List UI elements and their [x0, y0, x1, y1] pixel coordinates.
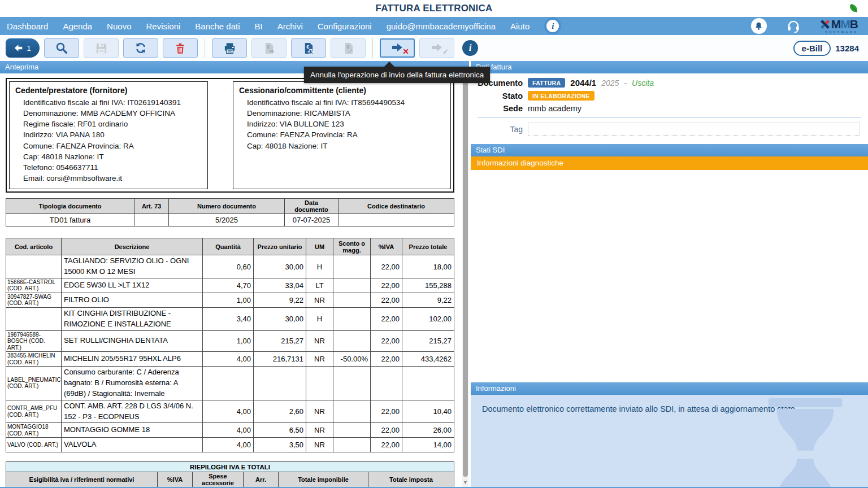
line-um [306, 367, 333, 400]
toolbar-separator [372, 38, 373, 58]
line-code: CONTR_AMB_PFU (COD. ART.) [6, 400, 62, 423]
line-discount [333, 367, 371, 400]
refresh-icon [134, 41, 147, 55]
customer-line: Cap: 48018 Nazione: IT [239, 141, 445, 151]
line-description: Consumo carburante: C / Aderenza bagnato… [62, 367, 203, 400]
preview-scrollbar[interactable]: ▼ [462, 73, 468, 487]
document-info-table: Tipologia documentoArt. 73Numero documen… [6, 198, 454, 226]
customer-line: Identificativo fiscale ai fini IVA: IT85… [239, 97, 445, 108]
cancel-send-button[interactable]: ✕ [380, 38, 415, 58]
line-unit-price [254, 367, 306, 400]
dash: - [624, 79, 627, 88]
invoice-line-row: 1987946589-BOSCH (COD. ART.) SET RULLI/C… [6, 330, 454, 352]
edit-invoice-button[interactable]: € [331, 38, 366, 58]
vat-header: %IVA [158, 472, 193, 487]
back-button[interactable]: 1 [6, 38, 40, 58]
line-total: 9,22 [402, 293, 454, 307]
nav-item[interactable]: Aiuto [510, 21, 530, 31]
nav-item[interactable]: Revisioni [146, 21, 180, 31]
line-vat: 22,00 [371, 293, 402, 307]
line-um: NR [306, 352, 333, 367]
toolbar-info-button[interactable]: i [462, 40, 478, 56]
nav-item[interactable]: Dashboard [7, 21, 48, 31]
tag-input[interactable] [528, 123, 860, 136]
diagnostics-bar[interactable]: Informazioni diagnostiche [471, 156, 868, 170]
supplier-line: Comune: FAENZA Provincia: RA [15, 141, 202, 151]
export-invoice-button[interactable]: € [251, 38, 287, 58]
nav-info-icon[interactable]: i [544, 18, 561, 34]
delete-button[interactable] [163, 38, 198, 58]
status-badge: IN ELABORAZIONE [528, 91, 594, 101]
sede-value: mmb academy [528, 104, 581, 113]
line-unit-price: 30,00 [254, 255, 306, 278]
invoice-lines-header-row: Cod. articoloDescrizioneQuantitàPrezzo u… [6, 238, 454, 255]
invoice-line-row: 30947827-SWAG (COD. ART.) FILTRO OLIO 1,… [6, 293, 454, 307]
line-unit-price: 3,50 [254, 438, 306, 452]
save-button[interactable] [84, 38, 119, 58]
confirm-send-button[interactable]: ✓ [419, 38, 454, 58]
scrollbar-thumb[interactable] [463, 75, 468, 477]
line-description: EDGE 5W30 LL >LT 1X12 [62, 278, 203, 293]
scrollbar-down-arrow[interactable]: ▼ [462, 480, 468, 485]
line-um: H [306, 255, 333, 278]
vat-header-row: Esigibilità iva / riferimenti normativi%… [6, 472, 454, 487]
back-page-number: 1 [27, 44, 31, 53]
line-code: 30947827-SWAG (COD. ART.) [6, 293, 62, 307]
line-description: VALVOLA [62, 438, 203, 452]
line-description: MONTAGGIO GOMME 18 [62, 423, 203, 438]
dati-fattura-panel: Dati fattura Documento FATTURA 2044/1 20… [471, 61, 868, 487]
cancel-send-tooltip: Annulla l'operazione di invio della fatt… [304, 67, 490, 83]
download-invoice-button[interactable]: € [291, 38, 326, 58]
line-discount [333, 400, 371, 423]
line-total: 155,288 [402, 278, 454, 293]
anteprima-panel: Anteprima Cedente/prestatore (fornitore)… [0, 61, 469, 487]
nav-item[interactable]: Banche dati [195, 21, 240, 31]
document-type-badge: FATTURA [528, 78, 565, 88]
leaf-icon [848, 2, 860, 15]
headset-support-icon[interactable] [786, 19, 801, 33]
line-quantity: 3,40 [203, 307, 254, 330]
customer-lines: Identificativo fiscale ai fini IVA: IT85… [239, 97, 445, 151]
line-code: 15666E-CASTROL (COD. ART.) [6, 278, 62, 293]
customer-box: Cessionario/committente (cliente) Identi… [233, 81, 451, 189]
document-info-cell: 5/2025 [169, 214, 285, 226]
supplier-line: Email: corsi@mmbsoftware.it [15, 173, 202, 184]
line-unit-price: 2,60 [254, 400, 306, 423]
line-um: NR [306, 330, 333, 352]
invoice-line-row: KIT CINGHIA DISTRIBUZIONE - RIMOZIONE E … [6, 307, 454, 330]
nav-item[interactable]: Nuovo [107, 21, 131, 31]
line-vat: 22,00 [371, 330, 402, 352]
document-direction: Uscita [632, 79, 654, 88]
line-unit-price: 30,00 [254, 307, 306, 330]
invoice-lines-header: Sconto o magg. [333, 238, 371, 255]
line-description: TAGLIANDO: SERVIZIO OLIO - OGNI 15000 KM… [62, 255, 203, 278]
supplier-line: Telefono: 0546637711 [15, 162, 202, 173]
refresh-button[interactable] [123, 38, 158, 58]
search-button[interactable] [44, 38, 79, 58]
line-discount [333, 278, 371, 293]
hourglass-watermark-icon [763, 398, 848, 487]
line-code: LABEL_PNEUMATICO (COD. ART.) [6, 367, 62, 400]
vat-summary-table: RIEPILOGHI IVA E TOTALI Esigibilità iva … [6, 461, 454, 487]
nav-item[interactable]: Agenda [63, 21, 92, 31]
notifications-bell-icon[interactable] [751, 18, 767, 34]
line-quantity: 1,00 [203, 330, 254, 352]
invoice-lines-body: TAGLIANDO: SERVIZIO OLIO - OGNI 15000 KM… [6, 255, 454, 452]
sede-label: Sede [478, 104, 523, 113]
document-info-header: Tipologia documento [6, 199, 134, 214]
invoice-line-row: CONTR_AMB_PFU (COD. ART.) CONT. AMB. ART… [6, 400, 454, 423]
line-total [402, 367, 454, 400]
ebill-button[interactable]: e-Bill [793, 41, 831, 56]
nav-item[interactable]: guido@mmbacademyofficina [387, 21, 496, 31]
nav-item[interactable]: Configurazioni [318, 21, 372, 31]
document-number: 2044/1 [570, 78, 596, 88]
print-button[interactable] [212, 38, 247, 58]
document-info-header: Art. 73 [134, 199, 169, 214]
line-code: 1987946589-BOSCH (COD. ART.) [6, 330, 62, 352]
nav-item[interactable]: BI [255, 21, 263, 31]
confirm-send-icon [430, 42, 444, 54]
line-code: 383455-MICHELIN (COD. ART.) [6, 352, 62, 367]
line-quantity: 4,00 [203, 400, 254, 423]
nav-item[interactable]: Archivi [277, 21, 303, 31]
invoice-lines-header: %IVA [371, 238, 402, 255]
